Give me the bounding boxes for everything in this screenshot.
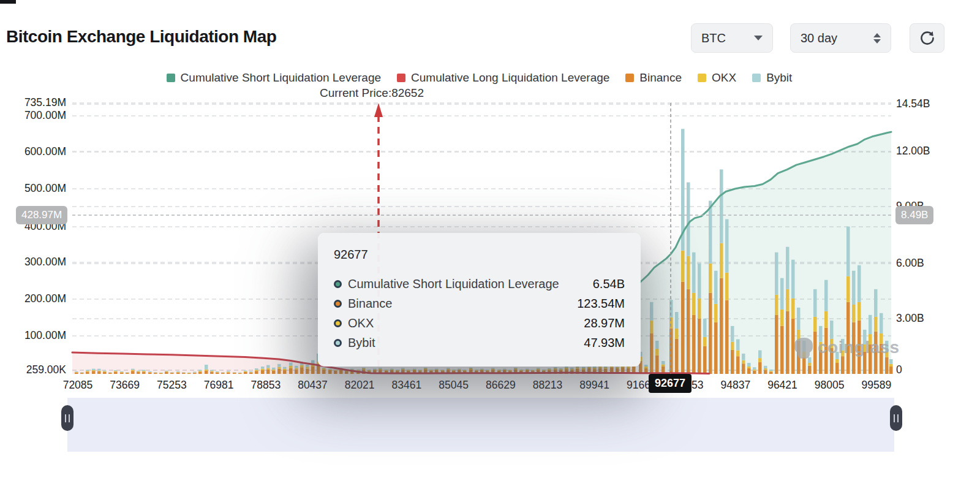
tooltip-marker-icon xyxy=(334,300,342,308)
bar-segment xyxy=(725,219,729,273)
bar-segment xyxy=(210,370,214,371)
bar-segment xyxy=(334,370,337,370)
bar-segment xyxy=(283,367,287,369)
bar-segment xyxy=(731,326,734,342)
bar-segment xyxy=(824,280,828,311)
slider-handle-right[interactable] xyxy=(890,405,902,431)
bar-segment xyxy=(103,371,107,371)
bar-segment xyxy=(692,253,696,293)
bar-segment xyxy=(503,370,507,370)
bar-segment xyxy=(418,370,422,370)
bar-segment xyxy=(277,367,281,369)
bar-segment xyxy=(249,372,253,373)
bar-segment xyxy=(662,361,665,364)
bar-segment xyxy=(559,368,563,369)
x-tick: 82021 xyxy=(334,379,385,392)
x-tick: 89941 xyxy=(569,379,620,392)
bar-segment xyxy=(233,372,236,373)
bar-segment xyxy=(198,370,202,371)
bar-segment xyxy=(390,369,394,370)
bar-segment xyxy=(170,373,174,373)
tooltip-row: Bybit47.93M xyxy=(334,333,625,352)
bar-segment xyxy=(852,271,856,305)
y-tick-left: 300.00M xyxy=(0,256,66,268)
bar-segment xyxy=(255,370,258,371)
bar-segment xyxy=(165,372,168,374)
x-tick: 88213 xyxy=(522,379,573,392)
zoom-range-slider[interactable] xyxy=(67,398,894,452)
bar-segment xyxy=(725,273,729,300)
bar-segment xyxy=(655,349,659,356)
bar-segment xyxy=(720,243,723,278)
bar-segment xyxy=(758,362,762,374)
bar-segment xyxy=(198,371,202,371)
bar-segment xyxy=(775,253,778,295)
bar-segment xyxy=(92,369,96,370)
y-tick-left: 259.00K xyxy=(0,363,66,376)
crosshair-right-badge: 8.49B xyxy=(895,206,933,224)
bar-segment xyxy=(373,369,377,370)
bar-segment xyxy=(114,370,118,371)
bar-segment xyxy=(238,373,242,374)
bar-segment xyxy=(328,370,332,370)
bar-segment xyxy=(662,364,665,367)
bar-segment xyxy=(775,295,778,315)
bar-segment xyxy=(813,317,817,332)
bar-segment xyxy=(187,373,191,374)
bar-segment xyxy=(497,370,501,370)
bar-segment xyxy=(289,362,293,365)
bar-segment xyxy=(266,365,270,368)
bar-segment xyxy=(159,373,163,374)
bar-segment xyxy=(401,368,405,368)
bar-segment xyxy=(731,350,734,374)
bar-segment xyxy=(295,366,298,368)
bar-segment xyxy=(322,370,326,374)
bar-segment xyxy=(480,369,484,370)
bar-segment xyxy=(681,251,685,282)
bar-segment xyxy=(261,369,265,370)
bar-segment xyxy=(582,367,586,368)
bar-segment xyxy=(526,369,529,370)
y-tick-left: 600.00M xyxy=(0,145,66,158)
bar-segment xyxy=(764,366,767,368)
x-tick: 75253 xyxy=(146,379,197,392)
bar-segment xyxy=(277,369,281,374)
liquidation-map-page: Bitcoin Exchange Liquidation Map BTC 30 … xyxy=(0,0,980,483)
bar-segment xyxy=(227,373,230,374)
bar-segment xyxy=(758,358,762,362)
bar-segment xyxy=(593,368,597,369)
bar-segment xyxy=(221,373,225,374)
bar-segment xyxy=(593,367,597,368)
tooltip-row-label: Cumulative Short Liquidation Leverage xyxy=(348,277,559,291)
bar-segment xyxy=(731,342,734,350)
bar-segment xyxy=(182,372,186,373)
bar-segment xyxy=(238,373,242,373)
bar-segment xyxy=(687,289,690,374)
bar-segment xyxy=(687,183,690,256)
bar-segment xyxy=(709,264,712,293)
bar-segment xyxy=(802,357,806,374)
bar-segment xyxy=(655,356,659,374)
bar-segment xyxy=(786,289,790,311)
bar-segment xyxy=(413,369,417,370)
bar-segment xyxy=(97,369,101,371)
bar-segment xyxy=(97,371,101,374)
watermark: coinglass xyxy=(793,337,900,359)
bar-segment xyxy=(120,372,124,373)
bar-segment xyxy=(165,371,168,372)
bar-segment xyxy=(692,315,696,374)
x-tick: 96421 xyxy=(757,379,809,392)
bar-segment xyxy=(148,373,152,374)
bar-segment xyxy=(736,351,740,357)
slider-handle-left[interactable] xyxy=(61,405,74,431)
bar-segment xyxy=(126,373,129,373)
bar-segment xyxy=(187,373,191,373)
bar-segment xyxy=(675,339,679,374)
bar-segment xyxy=(261,367,265,369)
coinglass-logo-icon xyxy=(793,337,814,359)
tooltip-row-value: 123.54M xyxy=(577,297,625,311)
bar-segment xyxy=(216,371,219,372)
bar-segment xyxy=(424,368,428,370)
bar-segment xyxy=(447,368,450,368)
bar-segment xyxy=(75,373,78,374)
